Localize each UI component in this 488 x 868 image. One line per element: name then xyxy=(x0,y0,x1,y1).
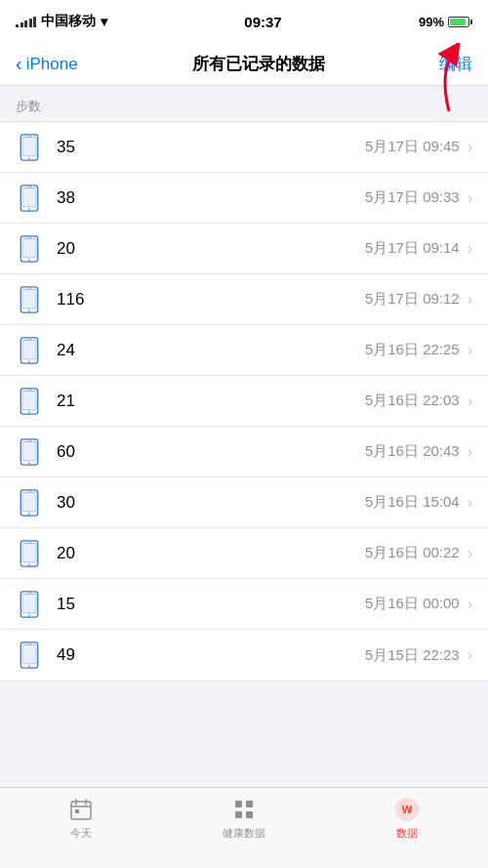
tab-health[interactable]: 健康数据 xyxy=(163,796,326,841)
svg-rect-35 xyxy=(26,389,31,390)
svg-point-34 xyxy=(28,411,31,414)
steps-value: 15 xyxy=(57,595,365,614)
chevron-right-icon: › xyxy=(468,646,472,664)
svg-rect-59 xyxy=(26,592,31,593)
date-value: 5月16日 00:22 xyxy=(365,544,460,562)
device-icon xyxy=(16,641,43,669)
status-bar: 中国移动 ▾ 09:37 99% xyxy=(0,0,488,43)
steps-value: 116 xyxy=(57,290,365,310)
chevron-right-icon: › xyxy=(468,596,472,613)
svg-rect-47 xyxy=(26,490,31,491)
chevron-right-icon: › xyxy=(468,342,472,359)
svg-rect-57 xyxy=(22,594,35,611)
tab-today[interactable]: 今天 xyxy=(0,796,163,841)
page-title: 所有已记录的数据 xyxy=(192,53,325,75)
tab-data[interactable]: W 数据 xyxy=(325,796,488,841)
table-row[interactable]: 20 5月17日 09:14 › xyxy=(0,224,488,274)
chevron-right-icon: › xyxy=(468,443,472,461)
svg-rect-45 xyxy=(22,492,35,510)
device-icon xyxy=(16,489,43,517)
svg-rect-41 xyxy=(26,439,31,440)
back-chevron-icon: ‹ xyxy=(16,53,22,75)
device-icon xyxy=(16,388,43,415)
svg-rect-5 xyxy=(26,135,31,136)
back-button[interactable]: ‹ iPhone xyxy=(16,53,78,75)
date-value: 5月16日 00:00 xyxy=(365,595,460,613)
table-row[interactable]: 24 5月16日 22:25 › xyxy=(0,325,488,376)
svg-rect-65 xyxy=(26,643,31,644)
steps-value: 20 xyxy=(57,239,365,259)
edit-button[interactable]: 编辑 xyxy=(439,53,472,75)
svg-point-28 xyxy=(28,360,31,363)
svg-point-40 xyxy=(28,462,31,465)
device-icon xyxy=(16,286,43,313)
date-value: 5月17日 09:14 xyxy=(365,239,460,258)
svg-rect-74 xyxy=(246,811,253,818)
device-icon xyxy=(16,337,43,364)
records-list: 35 5月17日 09:45 › 38 5月17日 09:33 › xyxy=(0,121,488,682)
chevron-right-icon: › xyxy=(468,189,472,207)
carrier-label: 中国移动 xyxy=(41,13,96,30)
chevron-right-icon: › xyxy=(468,494,472,512)
svg-rect-51 xyxy=(22,543,35,560)
svg-rect-72 xyxy=(246,801,253,807)
chevron-right-icon: › xyxy=(468,393,472,410)
nav-bar: ‹ iPhone 所有已记录的数据 编辑 xyxy=(0,43,488,86)
today-icon xyxy=(67,796,95,823)
svg-point-46 xyxy=(28,513,31,516)
table-row[interactable]: 38 5月17日 09:33 › xyxy=(0,173,488,224)
svg-rect-21 xyxy=(22,289,35,307)
device-icon xyxy=(16,185,43,212)
status-battery: 99% xyxy=(419,15,472,29)
svg-rect-39 xyxy=(22,441,35,459)
svg-point-58 xyxy=(28,614,31,617)
table-row[interactable]: 35 5月17日 09:45 › xyxy=(0,122,488,173)
svg-rect-23 xyxy=(26,287,31,288)
svg-point-64 xyxy=(28,665,31,668)
svg-rect-53 xyxy=(26,541,31,542)
svg-text:W: W xyxy=(401,804,412,815)
date-value: 5月16日 20:43 xyxy=(365,442,460,461)
date-value: 5月17日 09:45 xyxy=(365,138,460,156)
svg-rect-73 xyxy=(235,811,242,818)
table-row[interactable]: 60 5月16日 20:43 › xyxy=(0,427,488,477)
today-tab-label: 今天 xyxy=(70,826,92,841)
device-icon xyxy=(16,591,43,618)
status-carrier: 中国移动 ▾ xyxy=(16,13,107,30)
table-row[interactable]: 49 5月15日 22:23 › xyxy=(0,630,488,681)
steps-value: 30 xyxy=(57,493,365,513)
date-value: 5月16日 22:03 xyxy=(365,392,460,410)
svg-rect-29 xyxy=(26,338,31,339)
back-label: iPhone xyxy=(26,55,78,74)
table-row[interactable]: 116 5月17日 09:12 › xyxy=(0,274,488,325)
content-area: 步数 35 5月17日 09:45 › xyxy=(0,86,488,787)
chevron-right-icon: › xyxy=(468,240,472,258)
steps-value: 49 xyxy=(57,645,365,665)
svg-point-4 xyxy=(28,157,31,160)
table-row[interactable]: 21 5月16日 22:03 › xyxy=(0,376,488,427)
device-icon xyxy=(16,134,43,161)
table-row[interactable]: 30 5月16日 15:04 › xyxy=(0,477,488,528)
date-value: 5月17日 09:12 xyxy=(365,290,460,309)
svg-rect-3 xyxy=(22,137,35,154)
device-icon xyxy=(16,540,43,567)
section-header: 步数 xyxy=(0,86,488,121)
steps-value: 20 xyxy=(57,544,365,563)
svg-point-22 xyxy=(28,310,31,312)
table-row[interactable]: 20 5月16日 00:22 › xyxy=(0,528,488,579)
svg-rect-33 xyxy=(22,391,35,408)
device-icon xyxy=(16,235,43,263)
svg-rect-15 xyxy=(22,238,35,256)
signal-icon xyxy=(16,16,36,27)
svg-rect-63 xyxy=(22,645,35,663)
svg-rect-70 xyxy=(75,809,79,813)
data-tab-label: 数据 xyxy=(396,826,418,841)
svg-rect-17 xyxy=(26,236,31,237)
svg-rect-66 xyxy=(71,802,91,819)
svg-rect-9 xyxy=(22,187,35,205)
table-row[interactable]: 15 5月16日 00:00 › xyxy=(0,579,488,630)
date-value: 5月15日 22:23 xyxy=(365,646,460,665)
chevron-right-icon: › xyxy=(468,139,472,156)
steps-value: 60 xyxy=(57,442,365,462)
steps-value: 35 xyxy=(57,138,365,157)
